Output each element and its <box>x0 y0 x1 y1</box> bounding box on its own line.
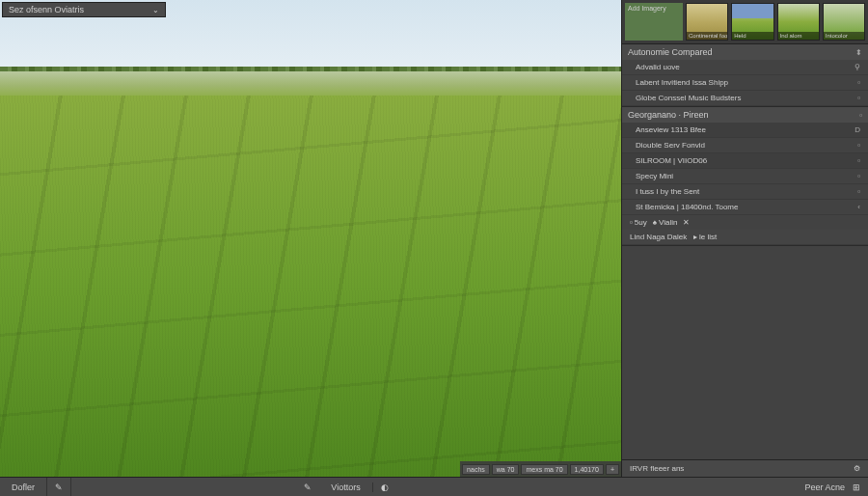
dropdown-label: Sez ofsenn Oviatris <box>9 5 84 14</box>
panel-row[interactable]: Globe Conssel Music Budsters▫ <box>622 91 868 106</box>
thumbnail[interactable]: Continental food look <box>686 3 728 41</box>
field-layer <box>0 96 621 477</box>
tool-item[interactable]: ▫ 5uy <box>630 218 647 227</box>
settings-icon[interactable]: ⚙ <box>854 464 860 473</box>
thumbnail[interactable]: Intocolor <box>823 3 865 41</box>
square-icon: ▫ <box>857 141 860 150</box>
bottom-button-viottors[interactable]: Viottors <box>319 482 372 492</box>
thumbnail-strip: Add Imagery Continental food look Somble… <box>622 0 868 44</box>
square-icon: ▫ <box>859 111 862 120</box>
readout-item[interactable]: nachs <box>462 464 490 475</box>
panel-row[interactable]: Diouble Serv Fonvid▫ <box>622 138 868 153</box>
readout-zoom[interactable]: + <box>606 464 619 475</box>
chevron-down-icon: ⌄ <box>152 6 159 14</box>
thumbnail[interactable]: Somblety LoneHeld <box>731 3 773 41</box>
map-viewport[interactable]: nachs wa 70 mexs ma 70 1,40170 + <box>0 0 621 477</box>
bottom-button-peer[interactable]: Peer Acne <box>804 482 845 492</box>
square-icon: ▫ <box>857 78 860 87</box>
panel-row[interactable]: St Bemicka | 18400nd. Toome‹ <box>622 200 868 215</box>
bottom-button-dofler[interactable]: Dofler <box>0 478 47 496</box>
panel-header-autonomie[interactable]: Autonomie Compared ⬍ <box>622 44 868 60</box>
panel-row[interactable]: Advalid uove⚲ <box>622 60 868 75</box>
thumbnail[interactable]: Ind alom <box>777 3 820 41</box>
square-icon: ▫ <box>857 172 860 180</box>
panel-header-geo[interactable]: Georganano · Pireen ▫ <box>622 107 868 123</box>
tool-icon[interactable]: ✎ <box>47 478 71 496</box>
toolbox-row: ▫ 5uy ♠ Vialin ✕ <box>622 215 868 230</box>
panel-row-last[interactable]: Lind Naga Dalek ▸ le list <box>622 230 868 245</box>
thumb-header[interactable]: Add Imagery <box>625 3 683 41</box>
panel-row[interactable]: I tuss I by the Sent▫ <box>622 184 868 200</box>
tool-icon[interactable]: ✎ <box>304 482 312 492</box>
readout-item[interactable]: mexs ma 70 <box>521 464 567 475</box>
pin-icon: ⚲ <box>854 63 860 71</box>
square-icon: ▫ <box>857 187 860 196</box>
panel-row[interactable]: SILROOM | VIIOD06▫ <box>622 153 868 169</box>
grid-icon[interactable]: ⊞ <box>853 482 860 492</box>
panel-row[interactable]: Specy Mini▫ <box>622 169 868 184</box>
tool-item[interactable]: ♠ Vialin <box>653 218 678 227</box>
panel-status-bar: IRVR fleeer ans ⚙ <box>622 459 868 477</box>
square-icon: D <box>854 125 860 134</box>
panel-row[interactable]: Anseview 1313 BfeeD <box>622 123 868 138</box>
square-icon: ▫ <box>857 94 860 102</box>
right-panel: Add Imagery Continental food look Somble… <box>621 0 868 477</box>
tool-item[interactable]: ✕ <box>683 218 690 227</box>
panel-row[interactable]: Labent Invitiend Issa Shipp▫ <box>622 75 868 91</box>
square-icon: ▫ <box>857 156 860 165</box>
readout-item[interactable]: wa 70 <box>492 464 520 475</box>
expand-icon: ⬍ <box>855 48 862 57</box>
source-dropdown[interactable]: Sez ofsenn Oviatris ⌄ <box>2 2 166 17</box>
bottom-toolbar: Dofler ✎ ✎ Viottors ◐ Peer Acne ⊞ <box>0 477 868 496</box>
readout-item[interactable]: 1,40170 <box>570 464 604 475</box>
status-text: IRVR fleeer ans <box>630 464 684 473</box>
chevron-icon: ‹ <box>857 203 860 211</box>
tool-icon[interactable]: ◐ <box>381 482 389 492</box>
coordinate-readout: nachs wa 70 mexs ma 70 1,40170 + <box>460 461 621 477</box>
